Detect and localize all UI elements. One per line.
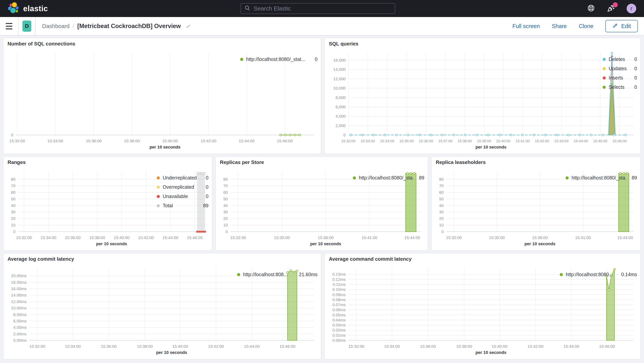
svg-text:per 10 seconds: per 10 seconds	[150, 145, 180, 150]
svg-text:15:37:00: 15:37:00	[438, 139, 452, 143]
chart-replica-leaseholders[interactable]: 15:32:0015:35:0015:38:0015:41:0015:44:00…	[435, 166, 566, 248]
panel-sql-queries: SQL queries 15:32:0015:33:0015:34:0015:3…	[324, 38, 641, 154]
legend-item[interactable]: http://localhost:8080/_stat...0	[240, 57, 318, 62]
top-navigation-bar: elastic	[0, 0, 644, 17]
legend-label: http://localhost:8080...	[566, 272, 613, 277]
chart-average-command-commit-latency[interactable]: 15:32:0015:34:0015:36:0015:38:0015:40:00…	[328, 262, 560, 356]
svg-text:15:42:00: 15:42:00	[138, 235, 154, 240]
full-screen-button[interactable]: Full screen	[512, 23, 540, 30]
svg-text:8.00ms: 8.00ms	[13, 312, 27, 317]
breadcrumb: Dashboard / [Metricbeat CockroachDB] Ove…	[36, 23, 191, 30]
svg-text:per 10 seconds: per 10 seconds	[524, 241, 555, 246]
svg-text:30: 30	[11, 210, 16, 214]
legend-item[interactable]: Underreplicated0	[157, 175, 208, 181]
chart-ranges[interactable]: 15:32:0015:34:0015:36:0015:38:0015:40:00…	[7, 166, 157, 248]
svg-text:15:36:00: 15:36:00	[420, 344, 436, 348]
panel-title: Number of SQL connections	[8, 41, 318, 47]
panel-average-command-commit-latency: Average command commit latency 15:32:001…	[324, 253, 641, 359]
svg-text:2,000: 2,000	[336, 123, 346, 128]
svg-text:15:40:00: 15:40:00	[162, 139, 178, 143]
hamburger-icon	[6, 23, 12, 30]
svg-text:20.00ms: 20.00ms	[11, 273, 27, 278]
svg-text:60: 60	[11, 190, 16, 195]
search-input[interactable]	[253, 5, 391, 12]
chart-legend: Deletes0Updates0Inserts0Selects0	[603, 47, 637, 151]
legend-item[interactable]: http://localhost:8080...0.14ms	[560, 272, 637, 277]
svg-text:0.11ms: 0.11ms	[333, 282, 346, 287]
legend-item[interactable]: Updates0	[603, 66, 637, 71]
svg-text:15:35:00: 15:35:00	[400, 139, 414, 143]
legend-item[interactable]: Unavailable0	[157, 194, 208, 199]
legend-item[interactable]: http://localhost:8080/_sta...89	[353, 175, 424, 181]
svg-text:15:32:00: 15:32:00	[230, 235, 246, 240]
svg-text:15:42:00: 15:42:00	[208, 344, 224, 348]
legend-item[interactable]: http://localhost:8080/_sta...89	[566, 175, 637, 181]
svg-text:0: 0	[343, 133, 346, 137]
svg-text:15:40:00: 15:40:00	[496, 139, 510, 143]
svg-text:15:35:00: 15:35:00	[274, 235, 290, 240]
svg-text:15:36:00: 15:36:00	[419, 139, 433, 143]
legend-color-dot	[157, 186, 160, 189]
legend-label: Deletes	[609, 57, 625, 62]
svg-text:15:38:00: 15:38:00	[458, 139, 472, 143]
legend-item[interactable]: Deletes0	[603, 57, 637, 62]
legend-item[interactable]: Overreplicated0	[157, 184, 208, 190]
chart-sql-queries[interactable]: 15:32:0015:33:0015:34:0015:35:0015:36:00…	[328, 47, 603, 151]
svg-text:0.02ms: 0.02ms	[332, 328, 346, 332]
legend-color-dot	[237, 273, 240, 276]
edit-button[interactable]: Edit	[605, 20, 638, 32]
whats-new-button[interactable]	[606, 4, 616, 13]
legend-color-dot	[157, 204, 160, 207]
svg-text:15:38:00: 15:38:00	[318, 235, 334, 240]
legend-item[interactable]: Selects0	[603, 84, 637, 90]
legend-item[interactable]: Inserts0	[603, 75, 637, 81]
legend-color-dot	[566, 176, 569, 179]
legend-value: 0	[203, 194, 208, 199]
dashboard-app-badge[interactable]: D	[22, 21, 31, 32]
legend-label: http://localhost:8080/_sta...	[359, 175, 413, 181]
elastic-brand[interactable]: elastic	[8, 2, 48, 15]
chart-legend: http://localhost:808...21.60ms	[237, 262, 318, 356]
svg-text:20: 20	[11, 216, 16, 221]
svg-text:40: 40	[439, 203, 444, 208]
breadcrumb-dashboard-link[interactable]: Dashboard	[42, 23, 70, 30]
chart-average-log-commit-latency[interactable]: 15:32:0015:34:0015:36:0015:38:0015:40:00…	[7, 262, 237, 356]
elastic-logo-icon	[8, 2, 20, 15]
chart-number-of-sql-connections[interactable]: 15:32:0015:34:0015:36:0015:38:0015:40:00…	[7, 47, 240, 151]
svg-text:50: 50	[439, 197, 444, 201]
legend-label: Overreplicated	[163, 184, 194, 190]
svg-text:15:43:00: 15:43:00	[554, 139, 569, 143]
legend-item[interactable]: http://localhost:808...21.60ms	[237, 272, 318, 277]
legend-label: http://localhost:8080/_sta...	[572, 175, 626, 181]
menu-button[interactable]	[0, 23, 18, 30]
svg-text:14,000: 14,000	[333, 67, 346, 72]
svg-text:15:38:00: 15:38:00	[89, 235, 105, 240]
legend-item[interactable]: Total89	[157, 203, 208, 208]
svg-text:2.00ms: 2.00ms	[13, 332, 27, 336]
svg-text:80: 80	[439, 177, 444, 181]
svg-text:15:32:00: 15:32:00	[348, 344, 364, 348]
svg-text:10: 10	[11, 223, 16, 227]
legend-label: Underreplicated	[163, 175, 197, 181]
svg-text:per 10 seconds: per 10 seconds	[476, 145, 506, 150]
global-search[interactable]	[240, 3, 395, 14]
svg-text:16.00ms: 16.00ms	[11, 286, 27, 291]
svg-text:15:42:00: 15:42:00	[528, 344, 543, 348]
chart-replicas-per-store[interactable]: 15:32:0015:35:0015:38:0015:41:0015:44:00…	[219, 166, 353, 248]
help-button[interactable]	[586, 4, 596, 13]
legend-label: Total	[163, 203, 173, 208]
svg-text:per 10 seconds: per 10 seconds	[96, 241, 127, 246]
clone-button[interactable]: Clone	[579, 23, 594, 30]
svg-text:15:41:00: 15:41:00	[516, 139, 530, 143]
svg-text:80: 80	[11, 177, 16, 181]
panel-title: Replica leaseholders	[436, 159, 637, 165]
svg-text:15:36:00: 15:36:00	[65, 235, 80, 240]
legend-value: 0.14ms	[618, 272, 637, 277]
svg-text:15:40:00: 15:40:00	[492, 344, 508, 348]
user-avatar[interactable]: r	[626, 4, 636, 13]
svg-text:70: 70	[11, 184, 16, 188]
share-button[interactable]: Share	[552, 23, 567, 30]
title-check-icon[interactable]	[185, 23, 191, 29]
svg-text:15:34:00: 15:34:00	[380, 139, 394, 143]
svg-text:0.13ms: 0.13ms	[332, 272, 346, 276]
